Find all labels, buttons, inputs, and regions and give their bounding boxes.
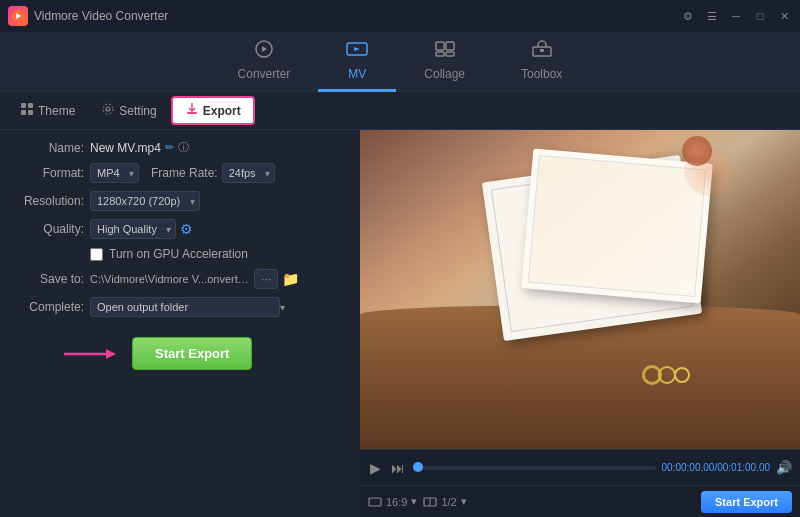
edit-name-icon[interactable]: ✏ bbox=[165, 141, 174, 154]
complete-label: Complete: bbox=[12, 300, 84, 314]
svg-rect-11 bbox=[540, 49, 544, 52]
title-bar: Vidmore Video Converter ⚙ ☰ ─ □ ✕ bbox=[0, 0, 800, 32]
svg-point-16 bbox=[106, 107, 110, 111]
gpu-checkbox[interactable] bbox=[90, 248, 103, 261]
svg-rect-18 bbox=[187, 112, 197, 114]
svg-marker-3 bbox=[262, 46, 267, 52]
time-current: 00:00:00.00 bbox=[662, 462, 715, 473]
frame-rate-select[interactable]: 24fps bbox=[222, 163, 275, 183]
svg-rect-14 bbox=[21, 110, 26, 115]
tab-toolbox-label: Toolbox bbox=[521, 67, 562, 81]
tab-toolbox[interactable]: Toolbox bbox=[493, 32, 590, 92]
frame-rate-label: Frame Rate: bbox=[151, 166, 218, 180]
size-dropdown-icon[interactable]: ▾ bbox=[461, 495, 467, 508]
tab-mv[interactable]: MV bbox=[318, 32, 396, 92]
export-area: Start Export bbox=[12, 337, 348, 370]
progress-bar[interactable] bbox=[413, 466, 656, 470]
size-value: 1/2 bbox=[441, 496, 456, 508]
sub-tab-theme[interactable]: Theme bbox=[8, 98, 87, 123]
app-title: Vidmore Video Converter bbox=[34, 9, 168, 23]
sub-tabs: Theme Setting Export bbox=[0, 92, 800, 130]
export-icon bbox=[185, 102, 199, 119]
svg-rect-6 bbox=[436, 42, 444, 50]
main-content: Name: New MV.mp4 ✏ ⓘ Format: MP4 Frame R… bbox=[0, 130, 800, 517]
svg-rect-15 bbox=[28, 110, 33, 115]
menu-icon[interactable]: ☰ bbox=[704, 8, 720, 24]
save-path: C:\Vidmore\Vidmore V...onverter\MV Expor… bbox=[90, 273, 250, 285]
tab-collage-label: Collage bbox=[424, 67, 465, 81]
progress-indicator bbox=[413, 462, 423, 472]
svg-marker-20 bbox=[106, 349, 116, 359]
ratio-value: 16:9 bbox=[386, 496, 407, 508]
preview-area bbox=[360, 130, 800, 449]
save-value-group: C:\Vidmore\Vidmore V...onverter\MV Expor… bbox=[90, 269, 348, 289]
complete-row: Complete: Open output folder bbox=[12, 297, 348, 317]
tab-collage[interactable]: Collage bbox=[396, 32, 493, 92]
start-export-button-right[interactable]: Start Export bbox=[701, 491, 792, 513]
format-row: Format: MP4 Frame Rate: 24fps bbox=[12, 163, 348, 183]
settings-icon[interactable]: ⚙ bbox=[680, 8, 696, 24]
resolution-select-wrap: 1280x720 (720p) bbox=[90, 191, 200, 211]
collage-icon bbox=[434, 40, 456, 63]
svg-point-17 bbox=[103, 104, 113, 114]
resolution-value-group: 1280x720 (720p) bbox=[90, 191, 348, 211]
play-button[interactable]: ▶ bbox=[368, 458, 383, 478]
name-value: New MV.mp4 bbox=[90, 141, 161, 155]
app-logo bbox=[8, 6, 28, 26]
time-total: 00:01:00.00 bbox=[717, 462, 770, 473]
resolution-select[interactable]: 1280x720 (720p) bbox=[90, 191, 200, 211]
minimize-button[interactable]: ─ bbox=[728, 8, 744, 24]
start-export-button[interactable]: Start Export bbox=[132, 337, 252, 370]
skip-forward-button[interactable]: ⏭ bbox=[389, 458, 407, 478]
sub-tab-theme-label: Theme bbox=[38, 104, 75, 118]
name-label: Name: bbox=[12, 141, 84, 155]
svg-rect-21 bbox=[369, 498, 381, 506]
quality-row: Quality: High Quality ⚙ bbox=[12, 219, 348, 239]
format-select-wrap: MP4 bbox=[90, 163, 139, 183]
folder-icon[interactable]: 📁 bbox=[282, 271, 299, 287]
complete-select[interactable]: Open output folder bbox=[90, 297, 280, 317]
format-select[interactable]: MP4 bbox=[90, 163, 139, 183]
tab-mv-label: MV bbox=[348, 67, 366, 81]
left-panel: Name: New MV.mp4 ✏ ⓘ Format: MP4 Frame R… bbox=[0, 130, 360, 517]
name-row: Name: New MV.mp4 ✏ ⓘ bbox=[12, 140, 348, 155]
preview-scene bbox=[360, 130, 800, 449]
volume-icon[interactable]: 🔊 bbox=[776, 460, 792, 475]
converter-icon bbox=[253, 40, 275, 63]
resolution-label: Resolution: bbox=[12, 194, 84, 208]
title-bar-left: Vidmore Video Converter bbox=[8, 6, 168, 26]
complete-select-wrap: Open output folder bbox=[90, 297, 290, 317]
ratio-display: 16:9 ▾ bbox=[368, 495, 417, 509]
svg-rect-8 bbox=[436, 52, 444, 56]
name-value-group: New MV.mp4 ✏ ⓘ bbox=[90, 140, 348, 155]
sub-tab-setting[interactable]: Setting bbox=[89, 98, 168, 123]
save-label: Save to: bbox=[12, 272, 84, 286]
maximize-button[interactable]: □ bbox=[752, 8, 768, 24]
info-icon[interactable]: ⓘ bbox=[178, 140, 189, 155]
tab-converter-label: Converter bbox=[238, 67, 291, 81]
sub-tab-setting-label: Setting bbox=[119, 104, 156, 118]
ratio-dropdown-icon[interactable]: ▾ bbox=[411, 495, 417, 508]
svg-rect-12 bbox=[21, 103, 26, 108]
theme-grid-icon bbox=[20, 102, 34, 119]
tab-converter[interactable]: Converter bbox=[210, 32, 319, 92]
save-row: Save to: C:\Vidmore\Vidmore V...onverter… bbox=[12, 269, 348, 289]
format-label: Format: bbox=[12, 166, 84, 180]
video-controls: ▶ ⏭ 00:00:00.00/00:01:00.00 🔊 bbox=[360, 449, 800, 485]
right-panel: ▶ ⏭ 00:00:00.00/00:01:00.00 🔊 16:9 ▾ 1/2… bbox=[360, 130, 800, 517]
quality-label: Quality: bbox=[12, 222, 84, 236]
frame-rate-select-wrap: 24fps bbox=[222, 163, 275, 183]
setting-gear-icon bbox=[101, 102, 115, 119]
mv-icon bbox=[346, 40, 368, 63]
sub-tab-export[interactable]: Export bbox=[171, 96, 255, 125]
svg-rect-9 bbox=[446, 52, 454, 56]
complete-value-group: Open output folder bbox=[90, 297, 348, 317]
quality-select[interactable]: High Quality bbox=[90, 219, 176, 239]
gpu-label[interactable]: Turn on GPU Acceleration bbox=[109, 247, 248, 261]
browse-button[interactable]: ··· bbox=[254, 269, 278, 289]
close-button[interactable]: ✕ bbox=[776, 8, 792, 24]
size-display: 1/2 ▾ bbox=[423, 495, 466, 509]
quality-settings-icon[interactable]: ⚙ bbox=[180, 221, 193, 237]
sub-tab-export-label: Export bbox=[203, 104, 241, 118]
path-row: C:\Vidmore\Vidmore V...onverter\MV Expor… bbox=[90, 269, 348, 289]
